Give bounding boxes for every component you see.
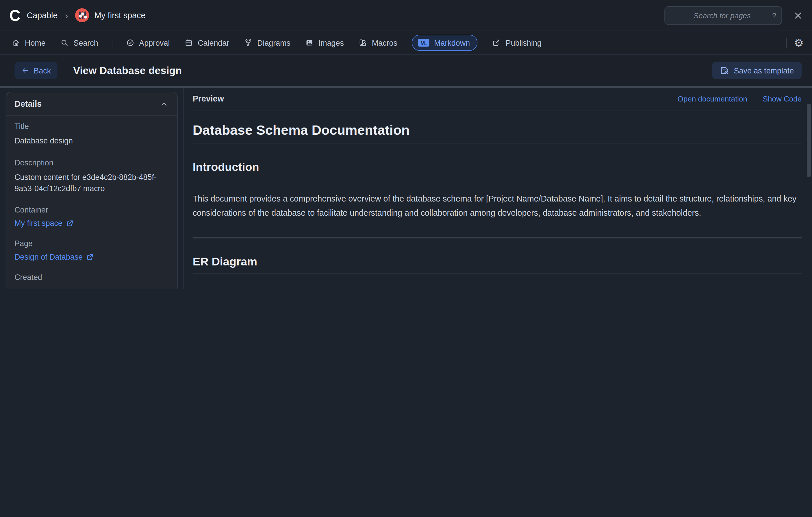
field-page: Page Design of Database (14, 239, 169, 262)
chevron-right-icon: › (65, 11, 68, 20)
app-window: C Capable › My first space ? Home Search (0, 0, 812, 289)
breadcrumb-space[interactable]: My first space (94, 11, 146, 20)
navbar: Home Search Approval Calendar Diagrams I… (0, 31, 812, 55)
details-card-header[interactable]: Details (6, 92, 177, 116)
search-input[interactable] (672, 11, 772, 20)
field-description: Description Custom content for e3de4c2b-… (14, 158, 169, 194)
doc-intro-paragraph: This document provides a comprehensive o… (193, 192, 802, 220)
breadcrumb-brand[interactable]: Capable (27, 11, 58, 20)
field-label: Description (14, 158, 169, 167)
home-icon (11, 38, 20, 47)
field-label: Title (14, 122, 169, 130)
field-title: Title Database design (14, 122, 169, 146)
show-code-link[interactable]: Show Code (763, 95, 802, 103)
gear-icon[interactable]: ⚙ (794, 37, 804, 48)
nav-label: Macros (372, 38, 397, 47)
external-link-icon (66, 219, 74, 227)
preview-header: Preview Open documentation Show Code (191, 88, 802, 110)
field-label: Page (14, 239, 169, 248)
fork-icon (243, 38, 252, 47)
nav-item-search[interactable]: Search (60, 38, 98, 47)
nav-right: ⚙ (787, 37, 804, 48)
preview-pane: Preview Open documentation Show Code Dat… (184, 88, 812, 289)
field-label: Created (14, 273, 169, 281)
nav-item-markdown[interactable]: M↓ Markdown (412, 35, 478, 51)
space-avatar-icon[interactable] (75, 8, 89, 22)
field-label: Container (14, 205, 169, 214)
nav-label: Diagrams (257, 38, 290, 47)
field-container: Container My first space (14, 205, 169, 227)
link-text: Design of Database (14, 252, 83, 261)
nav-item-images[interactable]: Images (305, 38, 344, 47)
search-box[interactable]: ? (664, 6, 782, 25)
container-link[interactable]: My first space (14, 219, 169, 227)
nav-label: Publishing (506, 38, 542, 47)
topbar-right: ? (664, 6, 804, 25)
chevron-up-icon[interactable] (160, 100, 169, 109)
nav-item-home[interactable]: Home (11, 38, 46, 47)
doc-er-heading: ER Diagram (193, 255, 802, 274)
header-divider (0, 86, 812, 88)
document: Database Schema Documentation Introducti… (191, 122, 802, 289)
save-template-icon (720, 66, 729, 75)
details-card-body: Title Database design Description Custom… (6, 116, 177, 289)
save-as-template-label: Save as template (734, 66, 794, 75)
markdown-icon: M↓ (418, 39, 429, 47)
preview-links: Open documentation Show Code (678, 95, 802, 103)
nav-label: Calendar (198, 38, 229, 47)
field-value: Custom content for e3de4c2b-882b-485f-9a… (14, 171, 169, 194)
nav-label: Markdown (434, 38, 470, 47)
page-title: View Database design (73, 64, 182, 76)
arrow-left-icon (21, 66, 29, 75)
field-value: Database design (14, 135, 169, 146)
app-logo-icon[interactable]: C (9, 7, 21, 23)
page-header: Back View Database design Save as templa… (0, 55, 812, 86)
details-title: Details (14, 100, 160, 109)
field-created: Created 10 months ago (14, 273, 169, 289)
field-value: 10 months ago (14, 286, 169, 289)
link-text: My first space (14, 219, 62, 227)
doc-divider (193, 237, 802, 239)
open-documentation-link[interactable]: Open documentation (678, 95, 747, 103)
nav-item-calendar[interactable]: Calendar (184, 38, 229, 47)
content-area: Details Title Database design Descriptio… (0, 88, 812, 289)
check-circle-icon (126, 38, 134, 47)
calendar-icon (184, 38, 193, 47)
nav-item-diagrams[interactable]: Diagrams (243, 38, 290, 47)
nav-item-publishing[interactable]: Publishing (492, 38, 542, 47)
doc-title: Database Schema Documentation (193, 122, 802, 144)
details-card: Details Title Database design Descriptio… (6, 92, 178, 289)
nav-item-macros[interactable]: Macros (358, 38, 397, 47)
nav-divider (786, 37, 787, 48)
back-button[interactable]: Back (14, 62, 58, 79)
image-icon (305, 38, 314, 47)
nav-label: Images (318, 38, 344, 47)
search-shortcut-hint: ? (772, 11, 776, 20)
page-link[interactable]: Design of Database (14, 252, 169, 261)
close-icon[interactable] (792, 9, 804, 21)
external-link-icon (86, 253, 94, 261)
swatch-book-icon (358, 38, 367, 47)
topbar: C Capable › My first space ? (0, 0, 812, 31)
scrollbar-thumb[interactable] (807, 104, 811, 177)
nav-label: Home (25, 38, 46, 47)
nav-label: Search (74, 38, 98, 47)
nav-divider (112, 37, 112, 48)
search-icon (60, 38, 69, 47)
nav-item-approval[interactable]: Approval (126, 38, 170, 47)
save-as-template-button[interactable]: Save as template (712, 62, 802, 79)
doc-intro-heading: Introduction (193, 161, 802, 180)
share-box-icon (492, 38, 501, 47)
details-sidebar: Details Title Database design Descriptio… (0, 88, 184, 289)
nav-label: Approval (139, 38, 170, 47)
preview-title: Preview (191, 94, 678, 104)
back-label: Back (33, 66, 51, 75)
